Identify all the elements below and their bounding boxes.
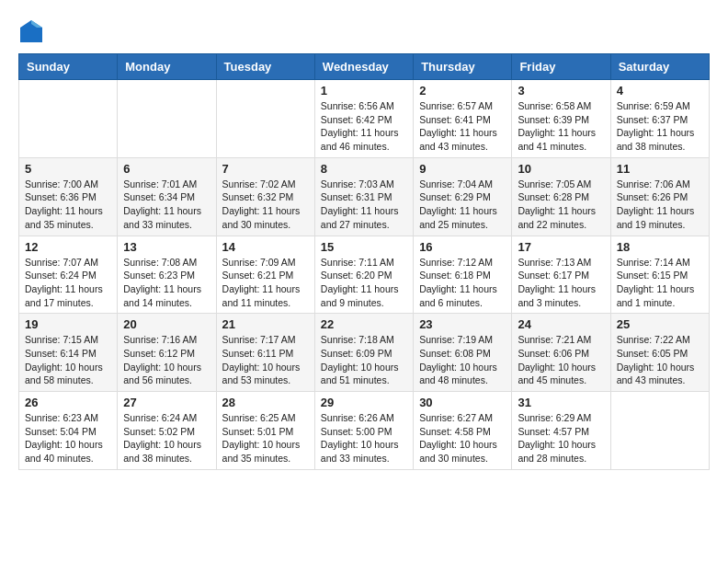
week-row-2: 5Sunrise: 7:00 AM Sunset: 6:36 PM Daylig… — [19, 157, 710, 236]
day-info: Sunrise: 7:17 AM Sunset: 6:11 PM Dayligh… — [222, 333, 309, 387]
day-info: Sunrise: 7:01 AM Sunset: 6:34 PM Dayligh… — [123, 178, 210, 232]
day-header-wednesday: Wednesday — [314, 54, 413, 80]
day-cell: 9Sunrise: 7:04 AM Sunset: 6:29 PM Daylig… — [414, 157, 512, 236]
day-number: 28 — [222, 396, 309, 409]
day-number: 5 — [25, 162, 111, 176]
day-number: 9 — [419, 162, 506, 176]
day-number: 21 — [222, 317, 309, 331]
day-number: 16 — [419, 240, 506, 254]
day-number: 30 — [419, 396, 506, 409]
day-number: 18 — [617, 240, 703, 254]
day-cell: 16Sunrise: 7:12 AM Sunset: 6:18 PM Dayli… — [414, 236, 512, 314]
day-number: 24 — [518, 317, 604, 331]
day-number: 25 — [617, 317, 703, 331]
day-header-friday: Friday — [512, 54, 610, 80]
day-cell: 27Sunrise: 6:24 AM Sunset: 5:02 PM Dayli… — [118, 392, 216, 470]
days-header-row: SundayMondayTuesdayWednesdayThursdayFrid… — [19, 54, 710, 80]
day-number: 22 — [321, 317, 407, 331]
day-cell — [19, 80, 118, 158]
day-info: Sunrise: 6:29 AM Sunset: 4:57 PM Dayligh… — [518, 411, 604, 465]
day-cell: 18Sunrise: 7:14 AM Sunset: 6:15 PM Dayli… — [610, 236, 709, 314]
day-cell: 29Sunrise: 6:26 AM Sunset: 5:00 PM Dayli… — [314, 392, 413, 470]
day-number: 7 — [222, 162, 309, 176]
week-row-3: 12Sunrise: 7:07 AM Sunset: 6:24 PM Dayli… — [19, 236, 710, 314]
day-cell: 30Sunrise: 6:27 AM Sunset: 4:58 PM Dayli… — [414, 392, 512, 470]
day-info: Sunrise: 7:16 AM Sunset: 6:12 PM Dayligh… — [123, 333, 210, 387]
day-info: Sunrise: 6:25 AM Sunset: 5:01 PM Dayligh… — [222, 411, 309, 465]
day-number: 1 — [321, 84, 407, 98]
day-info: Sunrise: 6:27 AM Sunset: 4:58 PM Dayligh… — [419, 411, 506, 465]
day-info: Sunrise: 7:21 AM Sunset: 6:06 PM Dayligh… — [518, 333, 604, 387]
day-number: 19 — [25, 317, 111, 331]
day-header-sunday: Sunday — [19, 54, 118, 80]
day-info: Sunrise: 7:04 AM Sunset: 6:29 PM Dayligh… — [419, 178, 506, 232]
calendar-table: SundayMondayTuesdayWednesdayThursdayFrid… — [18, 53, 710, 470]
day-cell: 20Sunrise: 7:16 AM Sunset: 6:12 PM Dayli… — [118, 314, 216, 392]
day-info: Sunrise: 7:18 AM Sunset: 6:09 PM Dayligh… — [321, 333, 407, 387]
day-header-saturday: Saturday — [610, 54, 709, 80]
day-cell: 28Sunrise: 6:25 AM Sunset: 5:01 PM Dayli… — [216, 392, 314, 470]
day-cell: 2Sunrise: 6:57 AM Sunset: 6:41 PM Daylig… — [414, 80, 512, 158]
day-info: Sunrise: 6:59 AM Sunset: 6:37 PM Dayligh… — [617, 99, 703, 154]
day-cell: 21Sunrise: 7:17 AM Sunset: 6:11 PM Dayli… — [216, 314, 314, 392]
week-row-5: 26Sunrise: 6:23 AM Sunset: 5:04 PM Dayli… — [19, 392, 710, 470]
day-info: Sunrise: 6:58 AM Sunset: 6:39 PM Dayligh… — [518, 99, 604, 154]
day-header-tuesday: Tuesday — [216, 54, 314, 80]
day-cell — [216, 80, 314, 158]
day-info: Sunrise: 7:12 AM Sunset: 6:18 PM Dayligh… — [419, 256, 506, 310]
day-cell: 19Sunrise: 7:15 AM Sunset: 6:14 PM Dayli… — [19, 314, 118, 392]
day-number: 20 — [123, 317, 210, 331]
day-number: 29 — [321, 396, 407, 409]
day-number: 2 — [419, 84, 506, 98]
day-number: 8 — [321, 162, 407, 176]
day-number: 11 — [617, 162, 703, 176]
day-number: 31 — [518, 396, 604, 409]
day-number: 12 — [25, 240, 111, 254]
day-cell: 11Sunrise: 7:06 AM Sunset: 6:26 PM Dayli… — [610, 157, 709, 236]
day-number: 4 — [617, 84, 703, 98]
day-cell — [610, 392, 709, 470]
day-cell: 14Sunrise: 7:09 AM Sunset: 6:21 PM Dayli… — [216, 236, 314, 314]
day-number: 3 — [518, 84, 604, 98]
day-info: Sunrise: 7:19 AM Sunset: 6:08 PM Dayligh… — [419, 333, 506, 387]
week-row-1: 1Sunrise: 6:56 AM Sunset: 6:42 PM Daylig… — [19, 80, 710, 158]
day-cell: 4Sunrise: 6:59 AM Sunset: 6:37 PM Daylig… — [610, 80, 709, 158]
day-cell: 22Sunrise: 7:18 AM Sunset: 6:09 PM Dayli… — [314, 314, 413, 392]
day-info: Sunrise: 7:22 AM Sunset: 6:05 PM Dayligh… — [617, 333, 703, 387]
day-number: 15 — [321, 240, 407, 254]
day-cell: 12Sunrise: 7:07 AM Sunset: 6:24 PM Dayli… — [19, 236, 118, 314]
day-cell: 25Sunrise: 7:22 AM Sunset: 6:05 PM Dayli… — [610, 314, 709, 392]
day-number: 10 — [518, 162, 604, 176]
day-cell: 23Sunrise: 7:19 AM Sunset: 6:08 PM Dayli… — [414, 314, 512, 392]
day-info: Sunrise: 7:05 AM Sunset: 6:28 PM Dayligh… — [518, 178, 604, 232]
day-number: 26 — [25, 396, 111, 409]
day-number: 17 — [518, 240, 604, 254]
day-info: Sunrise: 7:11 AM Sunset: 6:20 PM Dayligh… — [321, 256, 407, 310]
day-info: Sunrise: 6:23 AM Sunset: 5:04 PM Dayligh… — [25, 411, 111, 465]
page-header — [18, 18, 710, 44]
day-header-thursday: Thursday — [414, 54, 512, 80]
day-cell: 10Sunrise: 7:05 AM Sunset: 6:28 PM Dayli… — [512, 157, 610, 236]
day-cell: 3Sunrise: 6:58 AM Sunset: 6:39 PM Daylig… — [512, 80, 610, 158]
day-cell: 15Sunrise: 7:11 AM Sunset: 6:20 PM Dayli… — [314, 236, 413, 314]
day-info: Sunrise: 6:26 AM Sunset: 5:00 PM Dayligh… — [321, 411, 407, 465]
day-header-monday: Monday — [118, 54, 216, 80]
day-info: Sunrise: 7:06 AM Sunset: 6:26 PM Dayligh… — [617, 178, 703, 232]
day-info: Sunrise: 6:24 AM Sunset: 5:02 PM Dayligh… — [123, 411, 210, 465]
day-info: Sunrise: 6:57 AM Sunset: 6:41 PM Dayligh… — [419, 99, 506, 154]
day-info: Sunrise: 7:15 AM Sunset: 6:14 PM Dayligh… — [25, 333, 111, 387]
day-cell: 31Sunrise: 6:29 AM Sunset: 4:57 PM Dayli… — [512, 392, 610, 470]
day-number: 14 — [222, 240, 309, 254]
day-number: 13 — [123, 240, 210, 254]
logo-icon — [18, 18, 44, 44]
day-number: 6 — [123, 162, 210, 176]
day-info: Sunrise: 7:00 AM Sunset: 6:36 PM Dayligh… — [25, 178, 111, 232]
day-cell: 24Sunrise: 7:21 AM Sunset: 6:06 PM Dayli… — [512, 314, 610, 392]
week-row-4: 19Sunrise: 7:15 AM Sunset: 6:14 PM Dayli… — [19, 314, 710, 392]
day-cell: 17Sunrise: 7:13 AM Sunset: 6:17 PM Dayli… — [512, 236, 610, 314]
day-cell: 6Sunrise: 7:01 AM Sunset: 6:34 PM Daylig… — [118, 157, 216, 236]
day-info: Sunrise: 7:09 AM Sunset: 6:21 PM Dayligh… — [222, 256, 309, 310]
day-info: Sunrise: 7:08 AM Sunset: 6:23 PM Dayligh… — [123, 256, 210, 310]
day-cell: 1Sunrise: 6:56 AM Sunset: 6:42 PM Daylig… — [314, 80, 413, 158]
day-info: Sunrise: 7:07 AM Sunset: 6:24 PM Dayligh… — [25, 256, 111, 310]
